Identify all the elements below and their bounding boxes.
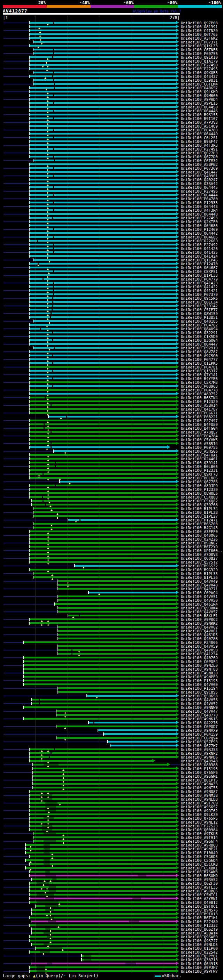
subject-arrow-icon — [176, 912, 179, 915]
alignment-start-tick — [29, 759, 30, 762]
alignment-start-tick — [58, 625, 58, 628]
alignment-row: UniRef100_A9NQ87 — [0, 789, 223, 793]
alignment-start-tick — [54, 603, 55, 606]
subject-arrow-icon — [176, 832, 179, 835]
alignment-start-tick — [29, 445, 30, 449]
alignment-start-tick — [29, 901, 30, 904]
alignment-bar — [30, 205, 176, 207]
alignment-bar — [30, 343, 176, 345]
alignment-row: UniRef100_B9I013 — [0, 912, 223, 916]
alignment-bar — [30, 114, 176, 115]
subject-arrow-icon — [176, 491, 179, 495]
alignment-start-tick — [30, 962, 31, 965]
alignment-bar — [30, 186, 176, 188]
alignment-row: UniRef100_B6SZ08 — [0, 522, 223, 526]
alignment-start-tick — [29, 794, 30, 797]
alignment-bar — [30, 118, 176, 119]
subject-arrow-icon — [176, 663, 179, 667]
subject-arrow-icon — [176, 468, 179, 472]
alignment-bar — [34, 79, 176, 81]
alignment-row: UniRef100_C5YVW5 — [0, 438, 223, 442]
alignment-start-tick — [33, 526, 34, 529]
alignment-row: UniRef100_A9TL35 — [0, 885, 223, 889]
alignment-row: UniRef100_A3F6K2 — [0, 36, 223, 40]
subject-arrow-icon — [176, 736, 179, 740]
alignment-start-tick — [23, 675, 24, 678]
subject-arrow-icon — [176, 162, 179, 166]
subject-arrow-icon — [176, 820, 179, 824]
alignment-row: UniRef100_A7QQL7 — [0, 430, 223, 434]
alignment-start-tick — [29, 404, 30, 407]
subject-arrow-icon — [176, 881, 179, 885]
subject-arrow-icon — [176, 640, 179, 644]
subject-arrow-icon — [176, 200, 179, 204]
alignment-row: UniRef100_C0PQD7 — [0, 724, 223, 728]
ruler-start-label: |1 — [3, 15, 8, 20]
subject-arrow-icon — [176, 480, 179, 483]
alignment-bar — [30, 133, 176, 135]
alignment-row: UniRef100_A9RJS3 — [0, 748, 223, 751]
alignment-row: UniRef100_C6TLM4 — [0, 82, 223, 86]
alignment-bar-dim-segment — [43, 844, 50, 846]
alignment-start-tick — [29, 813, 30, 816]
alignment-bar — [30, 420, 176, 422]
alignment-bar — [30, 251, 176, 253]
subject-leader-line — [3, 933, 32, 934]
alignment-row: UniRef100_C5G6D4 — [0, 858, 223, 862]
alignment-bar — [30, 427, 176, 429]
subject-arrow-icon — [176, 40, 179, 43]
alignment-row: UniRef100_O64448 — [0, 212, 223, 216]
subject-arrow-icon — [176, 556, 179, 560]
subject-arrow-icon — [176, 732, 179, 736]
subject-arrow-icon — [176, 426, 179, 430]
alignment-start-tick — [29, 44, 30, 47]
subject-arrow-icon — [176, 927, 179, 931]
subject-leader-line — [3, 229, 30, 230]
alignment-bar — [30, 336, 176, 337]
alignment-row: UniRef100_Q677H3 — [0, 151, 223, 155]
subject-arrow-icon — [176, 208, 179, 212]
alignment-start-tick — [74, 564, 75, 567]
alignment-row: UniRef100_Q4VV60 — [0, 682, 223, 686]
subject-gap-mark — [53, 148, 54, 150]
alignment-bar — [30, 554, 176, 555]
alignment-row: UniRef100_Q8W0E6 — [0, 491, 223, 495]
alignment-start-tick — [29, 442, 30, 445]
alignment-start-tick — [29, 381, 30, 384]
subject-gap-mark — [71, 649, 72, 651]
alignment-row: UniRef100_P27495 — [0, 67, 223, 71]
subject-arrow-icon — [176, 472, 179, 476]
alignment-row: UniRef100_P12469 — [0, 228, 223, 231]
alignment-bar — [30, 397, 176, 398]
subject-arrow-icon — [176, 353, 179, 357]
subject-gap-mark — [53, 186, 54, 188]
alignment-row: UniRef100_A5C4U9 — [0, 124, 223, 128]
subject-arrow-icon — [176, 889, 179, 892]
hit-label[interactable]: UniRef100_A9PFW7 — [181, 969, 218, 974]
alignment-bar — [30, 362, 176, 364]
alignment-bar — [30, 431, 176, 433]
alignment-bar — [30, 156, 176, 158]
alignment-row: UniRef100_Q32291 — [0, 331, 223, 334]
alignment-bar — [34, 573, 176, 574]
subject-leader-line — [3, 611, 58, 612]
alignment-row: UniRef100_P04779 — [0, 277, 223, 281]
subject-leader-line — [3, 589, 58, 589]
alignment-bar — [32, 928, 176, 930]
alignment-bar — [30, 542, 176, 544]
subject-leader-line — [3, 703, 32, 704]
alignment-row: UniRef100_A9NR30 — [0, 671, 223, 675]
subject-arrow-icon — [176, 518, 179, 522]
alignment-bar — [58, 691, 176, 693]
alignment-start-tick — [29, 143, 30, 147]
subject-gap-mark — [53, 22, 54, 24]
subject-arrow-icon — [176, 59, 179, 62]
alignment-bar-dim-segment — [48, 921, 56, 922]
subject-leader-line — [3, 252, 30, 253]
alignment-bar — [30, 813, 176, 815]
subject-leader-line — [3, 772, 33, 773]
subject-leader-line — [3, 696, 87, 696]
subject-gap-mark — [51, 312, 51, 315]
alignment-start-tick — [29, 530, 30, 533]
alignment-row: UniRef100_A9NP21 — [0, 847, 223, 851]
